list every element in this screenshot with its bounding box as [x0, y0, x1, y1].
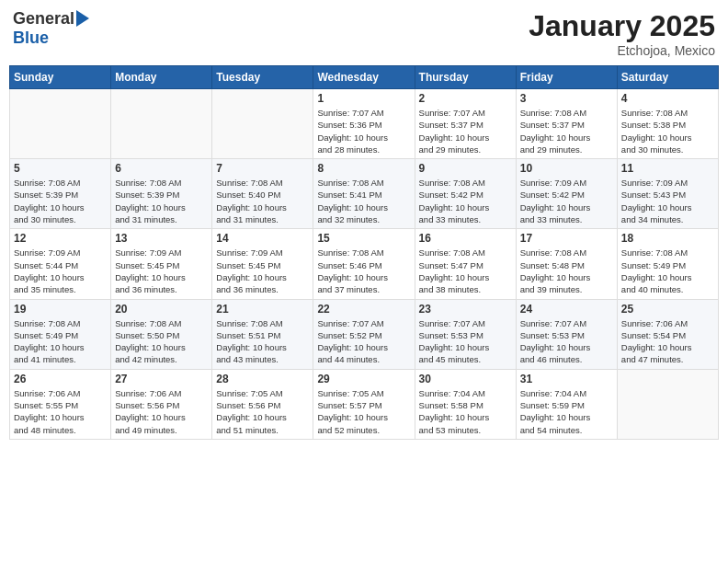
calendar-cell: 16Sunrise: 7:08 AMSunset: 5:47 PMDayligh…	[415, 229, 516, 299]
daylight-hours: Daylight: 10 hours	[216, 271, 309, 283]
daylight-hours: Daylight: 10 hours	[14, 201, 107, 213]
calendar-cell: 22Sunrise: 7:07 AMSunset: 5:52 PMDayligh…	[313, 299, 415, 369]
logo-general-text: General	[13, 9, 74, 29]
calendar-cell: 3Sunrise: 7:08 AMSunset: 5:37 PMDaylight…	[516, 89, 617, 159]
calendar-cell: 25Sunrise: 7:06 AMSunset: 5:54 PMDayligh…	[617, 299, 718, 369]
sunrise-info: Sunrise: 7:09 AM	[520, 177, 613, 189]
daylight-minutes: and 48 minutes.	[14, 424, 107, 436]
daylight-minutes: and 31 minutes.	[115, 213, 208, 225]
day-info: Sunrise: 7:08 AMSunset: 5:49 PMDaylight:…	[14, 317, 107, 366]
day-number: 11	[621, 162, 714, 175]
day-info: Sunrise: 7:09 AMSunset: 5:45 PMDaylight:…	[216, 247, 309, 295]
daylight-minutes: and 36 minutes.	[115, 283, 208, 295]
sunrise-info: Sunrise: 7:05 AM	[216, 387, 309, 399]
sunrise-info: Sunrise: 7:05 AM	[317, 387, 410, 399]
day-number: 9	[419, 162, 512, 175]
sunrise-info: Sunrise: 7:06 AM	[621, 317, 714, 329]
day-number: 27	[115, 373, 208, 385]
daylight-minutes: and 41 minutes.	[14, 353, 107, 365]
daylight-minutes: and 47 minutes.	[621, 353, 714, 365]
day-info: Sunrise: 7:08 AMSunset: 5:49 PMDaylight:…	[621, 247, 714, 295]
daylight-hours: Daylight: 10 hours	[419, 411, 512, 423]
sunset-info: Sunset: 5:47 PM	[419, 259, 512, 271]
calendar-week-row: 12Sunrise: 7:09 AMSunset: 5:44 PMDayligh…	[10, 229, 719, 299]
sunset-info: Sunset: 5:53 PM	[520, 329, 613, 341]
sunset-info: Sunset: 5:51 PM	[216, 329, 309, 341]
calendar-cell: 26Sunrise: 7:06 AMSunset: 5:55 PMDayligh…	[10, 369, 111, 439]
daylight-minutes: and 31 minutes.	[216, 213, 309, 225]
daylight-minutes: and 39 minutes.	[520, 283, 613, 295]
daylight-minutes: and 29 minutes.	[520, 144, 613, 155]
sunset-info: Sunset: 5:56 PM	[115, 399, 208, 411]
sunrise-info: Sunrise: 7:08 AM	[14, 177, 107, 189]
sunset-info: Sunset: 5:41 PM	[317, 189, 410, 201]
sunset-info: Sunset: 5:36 PM	[317, 119, 410, 131]
daylight-minutes: and 37 minutes.	[317, 283, 410, 295]
daylight-hours: Daylight: 10 hours	[115, 201, 208, 213]
day-number: 14	[216, 232, 309, 245]
day-number: 26	[14, 373, 107, 385]
calendar-cell: 30Sunrise: 7:04 AMSunset: 5:58 PMDayligh…	[415, 369, 516, 439]
daylight-minutes: and 33 minutes.	[419, 213, 512, 225]
calendar-cell: 29Sunrise: 7:05 AMSunset: 5:57 PMDayligh…	[313, 369, 415, 439]
day-info: Sunrise: 7:09 AMSunset: 5:45 PMDaylight:…	[115, 247, 208, 295]
day-info: Sunrise: 7:07 AMSunset: 5:37 PMDaylight:…	[419, 107, 512, 155]
sunrise-info: Sunrise: 7:07 AM	[317, 317, 410, 329]
daylight-hours: Daylight: 10 hours	[520, 411, 613, 423]
calendar-cell: 20Sunrise: 7:08 AMSunset: 5:50 PMDayligh…	[111, 299, 212, 369]
day-number: 22	[317, 303, 410, 316]
calendar-cell: 15Sunrise: 7:08 AMSunset: 5:46 PMDayligh…	[313, 229, 415, 299]
daylight-hours: Daylight: 10 hours	[317, 411, 410, 423]
day-info: Sunrise: 7:08 AMSunset: 5:48 PMDaylight:…	[520, 247, 613, 295]
day-number: 2	[419, 92, 512, 105]
calendar-cell: 18Sunrise: 7:08 AMSunset: 5:49 PMDayligh…	[617, 229, 718, 299]
calendar-cell: 8Sunrise: 7:08 AMSunset: 5:41 PMDaylight…	[313, 159, 415, 229]
day-number: 30	[419, 373, 512, 385]
daylight-hours: Daylight: 10 hours	[14, 271, 107, 283]
calendar-cell	[10, 89, 111, 159]
day-number: 31	[520, 373, 613, 385]
daylight-minutes: and 33 minutes.	[520, 213, 613, 225]
sunrise-info: Sunrise: 7:08 AM	[419, 177, 512, 189]
calendar-cell: 14Sunrise: 7:09 AMSunset: 5:45 PMDayligh…	[212, 229, 313, 299]
sunset-info: Sunset: 5:58 PM	[419, 399, 512, 411]
calendar-cell: 17Sunrise: 7:08 AMSunset: 5:48 PMDayligh…	[516, 229, 617, 299]
daylight-minutes: and 30 minutes.	[14, 213, 107, 225]
sunset-info: Sunset: 5:37 PM	[419, 119, 512, 131]
sunrise-info: Sunrise: 7:08 AM	[216, 177, 309, 189]
daylight-hours: Daylight: 10 hours	[419, 201, 512, 213]
daylight-hours: Daylight: 10 hours	[14, 341, 107, 353]
day-number: 12	[14, 232, 107, 245]
calendar-week-row: 26Sunrise: 7:06 AMSunset: 5:55 PMDayligh…	[10, 369, 719, 439]
daylight-hours: Daylight: 10 hours	[419, 271, 512, 283]
calendar-table: SundayMondayTuesdayWednesdayThursdayFrid…	[9, 65, 719, 440]
daylight-hours: Daylight: 10 hours	[14, 411, 107, 423]
sunset-info: Sunset: 5:50 PM	[115, 329, 208, 341]
daylight-minutes: and 34 minutes.	[621, 213, 714, 225]
sunset-info: Sunset: 5:45 PM	[115, 259, 208, 271]
sunset-info: Sunset: 5:39 PM	[14, 189, 107, 201]
day-of-week-header: Sunday	[10, 66, 111, 89]
sunset-info: Sunset: 5:49 PM	[621, 259, 714, 271]
sunset-info: Sunset: 5:45 PM	[216, 259, 309, 271]
daylight-minutes: and 54 minutes.	[520, 424, 613, 436]
day-info: Sunrise: 7:08 AMSunset: 5:39 PMDaylight:…	[115, 177, 208, 225]
daylight-minutes: and 42 minutes.	[115, 353, 208, 365]
sunset-info: Sunset: 5:46 PM	[317, 259, 410, 271]
daylight-hours: Daylight: 10 hours	[520, 132, 613, 144]
day-number: 8	[317, 162, 410, 175]
sunset-info: Sunset: 5:54 PM	[621, 329, 714, 341]
calendar-cell: 5Sunrise: 7:08 AMSunset: 5:39 PMDaylight…	[10, 159, 111, 229]
daylight-minutes: and 43 minutes.	[216, 353, 309, 365]
day-number: 16	[419, 232, 512, 245]
calendar-cell: 28Sunrise: 7:05 AMSunset: 5:56 PMDayligh…	[212, 369, 313, 439]
day-number: 1	[317, 92, 410, 105]
sunrise-info: Sunrise: 7:08 AM	[419, 247, 512, 259]
sunset-info: Sunset: 5:48 PM	[520, 259, 613, 271]
day-of-week-header: Tuesday	[212, 66, 313, 89]
day-info: Sunrise: 7:06 AMSunset: 5:55 PMDaylight:…	[14, 387, 107, 436]
calendar-cell	[212, 89, 313, 159]
sunrise-info: Sunrise: 7:08 AM	[115, 317, 208, 329]
daylight-hours: Daylight: 10 hours	[520, 201, 613, 213]
calendar-cell: 21Sunrise: 7:08 AMSunset: 5:51 PMDayligh…	[212, 299, 313, 369]
